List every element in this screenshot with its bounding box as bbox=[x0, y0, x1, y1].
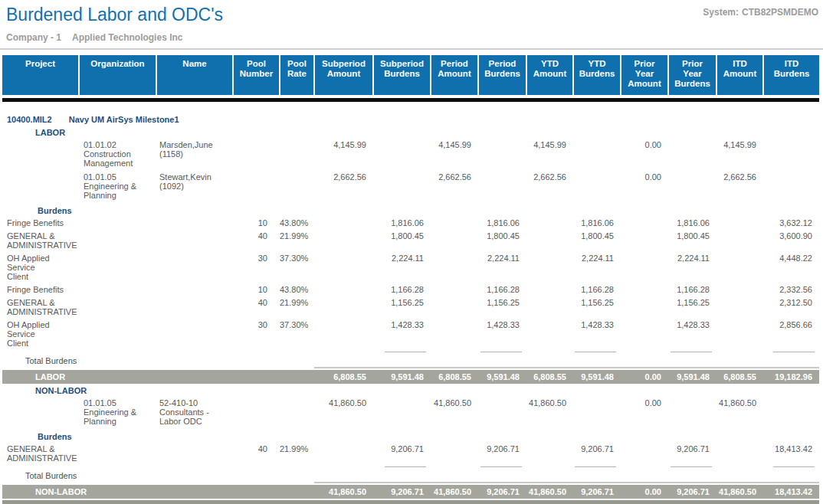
table-cell bbox=[573, 397, 621, 429]
table-cell bbox=[431, 319, 478, 350]
total-value: 18,798.19 bbox=[668, 500, 716, 504]
subtotal-underline bbox=[575, 466, 616, 467]
table-header: ProjectOrganizationNamePool NumberPool R… bbox=[2, 55, 819, 95]
table-cell: 30 bbox=[233, 252, 280, 283]
row-bar: NON-LABOR41,860.509,206.7141,860.509,206… bbox=[2, 485, 819, 499]
subtotal-underline bbox=[480, 466, 522, 467]
column-header: Project bbox=[2, 55, 79, 95]
table-cell: 9,206.71 bbox=[573, 443, 621, 465]
table-cell: 40 bbox=[233, 296, 280, 319]
subtotal-underline bbox=[671, 466, 712, 467]
row-burdens: Burdens bbox=[2, 203, 819, 217]
table-cell: 1,800.45 bbox=[373, 230, 431, 252]
table-cell: 2,856.66 bbox=[763, 319, 819, 350]
subtotal-underline bbox=[480, 352, 522, 352]
table-cell bbox=[156, 443, 233, 465]
table-cell bbox=[621, 252, 668, 283]
total-value: 6,808.55 bbox=[314, 370, 373, 384]
table-cell: 1,800.45 bbox=[668, 230, 716, 252]
total-value: 41,860.50 bbox=[431, 485, 478, 499]
table-cell bbox=[373, 139, 431, 171]
row-burden: Fringe Benefits1043.80%1,816.061,816.061… bbox=[2, 217, 819, 230]
row-burden: OH Applied Service Client3037.30%2,224.1… bbox=[2, 252, 819, 283]
table-cell: 37.30% bbox=[280, 319, 314, 350]
total-value: 19,182.96 bbox=[763, 370, 819, 384]
totalburdens-label: Total Burdens bbox=[2, 469, 819, 482]
total-value: 37,596.38 bbox=[763, 500, 819, 504]
company-name: Applied Technologies Inc bbox=[72, 32, 182, 43]
table-cell: Marsden,June (1158) bbox=[156, 139, 233, 171]
table-cell bbox=[156, 319, 233, 350]
row-project: 10400.MIL2Navy UM AirSys Milestone1 bbox=[2, 110, 819, 126]
table-cell bbox=[763, 171, 819, 203]
table-cell bbox=[526, 217, 573, 230]
total-value: 41,860.50 bbox=[526, 485, 573, 499]
column-header: Pool Number bbox=[233, 55, 280, 95]
table-cell: GENERAL & ADMINISTRATIVE bbox=[2, 230, 79, 252]
row-burden: GENERAL & ADMINISTRATIVE4021.99%1,800.45… bbox=[2, 230, 819, 252]
report-page: { "page": { "title": "Burdened Labor and… bbox=[0, 0, 823, 504]
table-cell: 2,662.56 bbox=[526, 171, 573, 203]
table-cell bbox=[233, 171, 280, 203]
row-gap bbox=[2, 102, 819, 110]
column-header: Period Amount bbox=[431, 55, 478, 95]
total-value: 9,206.71 bbox=[668, 485, 716, 499]
total-value: 6,808.55 bbox=[431, 370, 478, 384]
table-cell bbox=[314, 443, 373, 465]
table-cell bbox=[621, 319, 668, 350]
total-value: 6,808.55 bbox=[716, 370, 763, 384]
table-cell bbox=[716, 230, 763, 252]
table-cell bbox=[668, 171, 716, 203]
table-cell: 01.01.05 Engineering & Planning bbox=[79, 171, 156, 203]
table-cell: 1,166.28 bbox=[573, 283, 621, 296]
table-cell: 1,156.25 bbox=[668, 296, 716, 319]
table-cell bbox=[373, 397, 431, 429]
row-totalburdens: Total Burdens bbox=[2, 469, 819, 482]
table-cell bbox=[621, 217, 668, 230]
table-cell bbox=[314, 252, 373, 283]
table-cell: 0.00 bbox=[621, 397, 668, 429]
table-cell: Stewart,Kevin (1092) bbox=[156, 171, 233, 203]
table-cell bbox=[668, 397, 716, 429]
table-cell: 9,206.71 bbox=[668, 443, 716, 465]
table-cell: 1,166.28 bbox=[668, 283, 716, 296]
row-detail: 01.01.02 Construction ManagementMarsden,… bbox=[2, 139, 819, 171]
table-cell: 2,224.11 bbox=[478, 252, 526, 283]
page-title: Burdened Labor and ODC's bbox=[6, 4, 817, 25]
burdens-label: Burdens bbox=[2, 429, 819, 443]
table-cell bbox=[526, 230, 573, 252]
total-value: 9,206.71 bbox=[373, 485, 431, 499]
table-cell bbox=[79, 443, 156, 465]
column-header: YTD Burdens bbox=[573, 55, 621, 95]
table-cell: 4,145.99 bbox=[431, 139, 478, 171]
table-cell: OH Applied Service Client bbox=[2, 252, 79, 283]
total-value: 41,860.50 bbox=[314, 485, 373, 499]
subtotal-underline bbox=[773, 466, 815, 467]
system-label: System: bbox=[703, 7, 739, 18]
table-cell bbox=[478, 171, 526, 203]
total-value: 18,798.19 bbox=[373, 500, 431, 504]
section-label: NON-LABOR bbox=[2, 384, 819, 397]
table-cell bbox=[431, 230, 478, 252]
report-table: ProjectOrganizationNamePool NumberPool R… bbox=[2, 55, 819, 504]
table-cell: 52-410-10 Consultants - Labor ODC bbox=[156, 397, 233, 429]
column-header: Prior Year Burdens bbox=[668, 55, 716, 95]
table-cell bbox=[526, 319, 573, 350]
table-cell bbox=[2, 139, 79, 171]
total-value: 9,591.48 bbox=[573, 370, 621, 384]
total-value: 9,206.71 bbox=[478, 485, 526, 499]
total-value: 48,669.05 bbox=[526, 500, 573, 504]
table-cell: 2,332.56 bbox=[763, 283, 819, 296]
table-cell: OH Applied Service Client bbox=[2, 319, 79, 350]
table-cell: 0.00 bbox=[621, 171, 668, 203]
row-section: LABOR bbox=[2, 126, 819, 139]
table-cell bbox=[156, 296, 233, 319]
table-cell bbox=[79, 217, 156, 230]
table-cell: 1,816.06 bbox=[573, 217, 621, 230]
total-value: 9,591.48 bbox=[668, 370, 716, 384]
column-header: Period Burdens bbox=[478, 55, 526, 95]
table-cell bbox=[280, 171, 314, 203]
table-cell: 1,156.25 bbox=[373, 296, 431, 319]
table-cell bbox=[373, 171, 431, 203]
table-cell: 37.30% bbox=[280, 252, 314, 283]
